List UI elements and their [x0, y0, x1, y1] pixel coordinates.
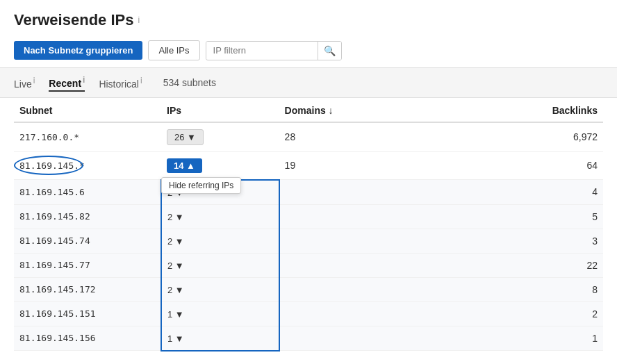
cell-ips: 1 ▼: [161, 326, 279, 351]
cell-ips: 14 ▲Hide referring IPs: [161, 151, 279, 180]
tab-live[interactable]: Livei: [14, 74, 35, 91]
cell-domains: [279, 180, 529, 205]
cell-subnet: 81.169.145.*: [14, 151, 161, 180]
table-row: 81.169.145.822 ▼5: [14, 204, 603, 229]
cell-backlinks: 3: [529, 229, 603, 253]
table-row: 81.169.145.772 ▼22: [14, 253, 603, 277]
cell-backlinks: 5: [529, 204, 603, 229]
cell-domains: [279, 326, 529, 351]
ips-sub-value[interactable]: 1 ▼: [167, 309, 184, 320]
cell-subnet: 81.169.145.172: [14, 277, 161, 301]
ips-expanded-badge[interactable]: 14 ▲: [167, 158, 202, 173]
table-row: 81.169.145.*14 ▲Hide referring IPs1964: [14, 151, 603, 180]
tooltip-hide-ips: Hide referring IPs: [161, 177, 241, 194]
table-row: 81.169.145.62 ▼4: [14, 180, 603, 205]
search-button[interactable]: 🔍: [318, 42, 341, 60]
col-header-ips: IPs: [161, 98, 279, 122]
page-title: Verweisende IPs: [14, 11, 133, 29]
search-input[interactable]: [206, 42, 318, 59]
cell-ips: 2 ▼: [161, 253, 279, 277]
subnet-circle-highlight: [14, 156, 83, 175]
ips-sub-value[interactable]: 2 ▼: [167, 212, 184, 222]
cell-domains: [279, 277, 529, 301]
all-ips-button[interactable]: Alle IPs: [148, 40, 199, 60]
col-header-subnet: Subnet: [14, 98, 161, 122]
table-row: 81.169.145.1561 ▼1: [14, 326, 603, 351]
cell-domains: [279, 204, 529, 229]
title-info-icon[interactable]: i: [138, 15, 140, 25]
tab-historical-info: i: [140, 76, 142, 85]
cell-backlinks: 2: [529, 301, 603, 326]
cell-subnet: 81.169.145.82: [14, 204, 161, 229]
cell-ips: 26 ▼: [161, 122, 279, 152]
tab-recent[interactable]: Recenti: [49, 74, 85, 92]
search-icon: 🔍: [324, 45, 336, 56]
cell-ips: 2 ▼: [161, 277, 279, 301]
cell-subnet: 81.169.145.156: [14, 326, 161, 351]
table-row: 81.169.145.1511 ▼2: [14, 301, 603, 326]
page-container: Verweisende IPs i Nach Subnetz gruppiere…: [0, 0, 617, 351]
ips-collapsed-badge[interactable]: 26 ▼: [167, 129, 204, 145]
cell-ips: 1 ▼: [161, 301, 279, 326]
cell-subnet: 81.169.145.6: [14, 180, 161, 205]
col-header-domains[interactable]: Domains ↓: [279, 98, 529, 122]
table-wrapper: Subnet IPs Domains ↓ Backlinks 217.160.0…: [0, 98, 617, 351]
cell-domains: [279, 253, 529, 277]
tabs-bar: Livei Recenti Historicali 534 subnets: [0, 67, 617, 98]
cell-backlinks: 1: [529, 326, 603, 351]
cell-subnet: 81.169.145.77: [14, 253, 161, 277]
table-row: 81.169.145.1722 ▼8: [14, 277, 603, 301]
group-by-subnet-button[interactable]: Nach Subnetz gruppieren: [14, 41, 142, 60]
subnets-count: 534 subnets: [163, 77, 216, 88]
cell-backlinks: 64: [529, 151, 603, 180]
cell-ips: 2 ▼: [161, 204, 279, 229]
tab-live-info: i: [33, 76, 35, 85]
cell-backlinks: 8: [529, 277, 603, 301]
table-row: 217.160.0.*26 ▼286,972: [14, 122, 603, 152]
cell-domains: [279, 301, 529, 326]
cell-backlinks: 4: [529, 180, 603, 205]
cell-backlinks: 6,972: [529, 122, 603, 152]
subnet-highlight-wrapper: 81.169.145.*: [19, 160, 85, 171]
cell-subnet: 217.160.0.*: [14, 122, 161, 152]
cell-domains: 19: [279, 151, 529, 180]
tab-recent-info: i: [83, 75, 85, 85]
toolbar: Nach Subnetz gruppieren Alle IPs 🔍: [0, 36, 617, 67]
ips-sub-value[interactable]: 2 ▼: [167, 260, 184, 271]
page-header: Verweisende IPs i: [0, 0, 617, 36]
search-wrapper: 🔍: [206, 41, 342, 60]
tab-historical[interactable]: Historicali: [99, 74, 142, 91]
cell-ips: 2 ▼: [161, 229, 279, 253]
cell-domains: 28: [279, 122, 529, 152]
cell-subnet: 81.169.145.74: [14, 229, 161, 253]
ips-sub-value[interactable]: 1 ▼: [167, 333, 184, 344]
domains-sort-icon: ↓: [326, 105, 334, 116]
cell-backlinks: 22: [529, 253, 603, 277]
table-row: 81.169.145.742 ▼3: [14, 229, 603, 253]
ips-sub-value[interactable]: 2 ▼: [167, 285, 184, 295]
cell-domains: [279, 229, 529, 253]
col-header-backlinks: Backlinks: [529, 98, 603, 122]
table-header-row: Subnet IPs Domains ↓ Backlinks: [14, 98, 603, 122]
cell-subnet: 81.169.145.151: [14, 301, 161, 326]
ips-sub-value[interactable]: 2 ▼: [167, 236, 184, 247]
data-table: Subnet IPs Domains ↓ Backlinks 217.160.0…: [14, 98, 603, 351]
